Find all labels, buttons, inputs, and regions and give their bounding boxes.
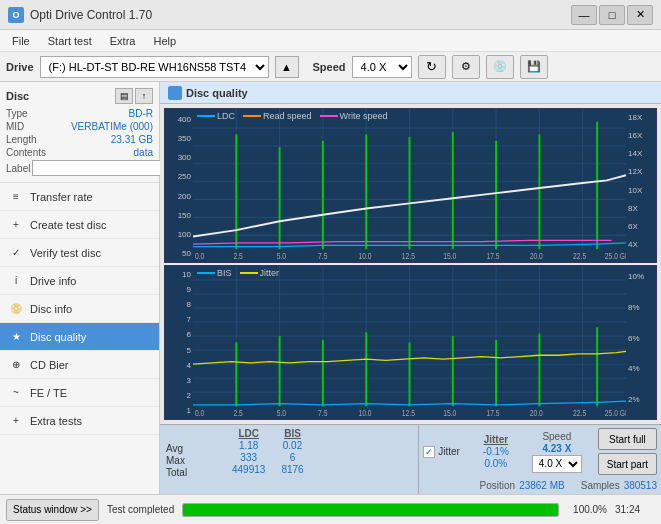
status-window-button[interactable]: Status window >>	[6, 499, 99, 521]
ldc-header: LDC	[232, 428, 265, 439]
chart1-svg: 0.0 2.5 5.0 7.5 10.0 12.5 15.0 17.5 20.0…	[193, 109, 626, 262]
chart2-y-right: 10% 8% 6% 4% 2%	[626, 266, 656, 419]
nav-label-cd-bier: CD Bier	[30, 359, 69, 371]
menu-item-extra[interactable]: Extra	[102, 33, 144, 49]
minimize-button[interactable]: —	[571, 5, 597, 25]
nav-icon-cd-bier: ⊕	[8, 357, 24, 373]
chart-ldc: 400 350 300 250 200 150 100 50 LDC	[164, 108, 657, 263]
nav-label-verify-test-disc: Verify test disc	[30, 247, 101, 259]
nav-label-fe-te: FE / TE	[30, 387, 67, 399]
menu-item-help[interactable]: Help	[145, 33, 184, 49]
svg-text:0.0: 0.0	[195, 409, 205, 419]
samples-value: 380513	[624, 480, 657, 491]
drive-select[interactable]: (F:) HL-DT-ST BD-RE WH16NS58 TST4	[40, 56, 269, 78]
ldc-stat-col: LDC 1.18 333 449913	[232, 428, 265, 491]
drive-label: Drive	[6, 61, 34, 73]
nav-label-disc-info: Disc info	[30, 303, 72, 315]
chart2-y-axis: 10 9 8 7 6 5 4 3 2 1	[165, 266, 193, 419]
nav-label-drive-info: Drive info	[30, 275, 76, 287]
sidebar-item-transfer-rate[interactable]: ≡Transfer rate	[0, 183, 159, 211]
maximize-button[interactable]: □	[599, 5, 625, 25]
speed-section: Speed 4.23 X 4.0 X	[532, 431, 582, 473]
refresh-button[interactable]: ↻	[418, 55, 446, 79]
disc-label-input[interactable]	[32, 160, 161, 176]
sidebar-item-extra-tests[interactable]: +Extra tests	[0, 407, 159, 435]
save-button[interactable]: 💾	[520, 55, 548, 79]
svg-text:0.0: 0.0	[195, 252, 205, 262]
disc-icon-1[interactable]: ▤	[115, 88, 133, 104]
sidebar-item-cd-bier[interactable]: ⊕CD Bier	[0, 351, 159, 379]
ldc-max: 333	[232, 452, 265, 463]
media-button[interactable]: 💿	[486, 55, 514, 79]
svg-text:5.0: 5.0	[277, 252, 287, 262]
chart2-svg: 0.0 2.5 5.0 7.5 10.0 12.5 15.0 17.5 20.0…	[193, 266, 626, 419]
speed-select-stats[interactable]: 4.0 X	[532, 455, 582, 473]
charts-area: 400 350 300 250 200 150 100 50 LDC	[160, 104, 661, 424]
speed-select[interactable]: 4.0 X	[352, 56, 412, 78]
nav-icon-disc-info: 📀	[8, 301, 24, 317]
status-text: Test completed	[107, 504, 174, 515]
app-title: Opti Drive Control 1.70	[30, 8, 152, 22]
disc-type-key: Type	[6, 108, 28, 119]
nav-icon-fe-te: ~	[8, 385, 24, 401]
start-part-button[interactable]: Start part	[598, 453, 657, 475]
start-full-button[interactable]: Start full	[598, 428, 657, 450]
content-icon	[168, 86, 182, 100]
bis-total: 8176	[281, 464, 303, 475]
disc-type-row: Type BD-R	[6, 108, 153, 119]
svg-text:15.0: 15.0	[443, 409, 457, 419]
nav-icon-drive-info: i	[8, 273, 24, 289]
bis-header: BIS	[281, 428, 303, 439]
sidebar-item-verify-test-disc[interactable]: ✓Verify test disc	[0, 239, 159, 267]
jitter-checkbox[interactable]: ✓	[423, 446, 435, 458]
svg-text:15.0: 15.0	[443, 252, 457, 262]
nav-label-transfer-rate: Transfer rate	[30, 191, 93, 203]
sidebar-item-create-test-disc[interactable]: +Create test disc	[0, 211, 159, 239]
svg-text:25.0 GB: 25.0 GB	[605, 409, 626, 419]
speed-label: Speed	[542, 431, 571, 442]
svg-text:17.5: 17.5	[486, 252, 500, 262]
sidebar-item-disc-quality[interactable]: ★Disc quality	[0, 323, 159, 351]
settings-button[interactable]: ⚙	[452, 55, 480, 79]
disc-type-val: BD-R	[129, 108, 153, 119]
samples-label: Samples	[581, 480, 620, 491]
eject-button[interactable]: ▲	[275, 56, 299, 78]
jitter-section: ✓ Jitter	[423, 446, 460, 458]
status-time: 31:24	[615, 504, 655, 515]
menu-item-file[interactable]: File	[4, 33, 38, 49]
svg-text:5.0: 5.0	[277, 409, 287, 419]
svg-text:7.5: 7.5	[318, 409, 328, 419]
disc-mid-val: VERBATIMe (000)	[71, 121, 153, 132]
sidebar-item-fe-te[interactable]: ~FE / TE	[0, 379, 159, 407]
disc-header: Disc ▤ ↑	[6, 88, 153, 104]
sidebar-item-disc-info[interactable]: 📀Disc info	[0, 295, 159, 323]
svg-text:2.5: 2.5	[233, 409, 243, 419]
main-layout: Disc ▤ ↑ Type BD-R MID VERBATIMe (000) L…	[0, 82, 661, 494]
titlebar-controls: — □ ✕	[571, 5, 653, 25]
disc-contents-row: Contents data	[6, 147, 153, 158]
svg-text:20.0: 20.0	[530, 409, 544, 419]
speed-label: Speed	[313, 61, 346, 73]
svg-text:10.0: 10.0	[359, 252, 373, 262]
content-area: Disc quality 400 350 300 250 200 150 100…	[160, 82, 661, 494]
chart2-main: BIS Jitter	[193, 266, 626, 419]
svg-text:20.0: 20.0	[530, 252, 544, 262]
menu-item-start-test[interactable]: Start test	[40, 33, 100, 49]
chart1-y-axis: 400 350 300 250 200 150 100 50	[165, 109, 193, 262]
jitter-label: Jitter	[438, 446, 460, 457]
svg-text:12.5: 12.5	[402, 252, 416, 262]
bis-stat-col: BIS 0.02 6 8176	[281, 428, 303, 491]
ldc-total: 449913	[232, 464, 265, 475]
disc-icon-2[interactable]: ↑	[135, 88, 153, 104]
close-button[interactable]: ✕	[627, 5, 653, 25]
nav-label-disc-quality: Disc quality	[30, 331, 86, 343]
position-value: 23862 MB	[519, 480, 565, 491]
stats-left: Avg Max Total LDC 1.18 333 449913 BIS 0.…	[160, 425, 418, 494]
nav-label-extra-tests: Extra tests	[30, 415, 82, 427]
disc-mid-row: MID VERBATIMe (000)	[6, 121, 153, 132]
jitter-stat-col: Jitter -0.1% 0.0%	[476, 434, 516, 470]
sidebar-item-drive-info[interactable]: iDrive info	[0, 267, 159, 295]
drivebar: Drive (F:) HL-DT-ST BD-RE WH16NS58 TST4 …	[0, 52, 661, 82]
content-title: Disc quality	[186, 87, 248, 99]
chart1-main: LDC Read speed Write speed	[193, 109, 626, 262]
